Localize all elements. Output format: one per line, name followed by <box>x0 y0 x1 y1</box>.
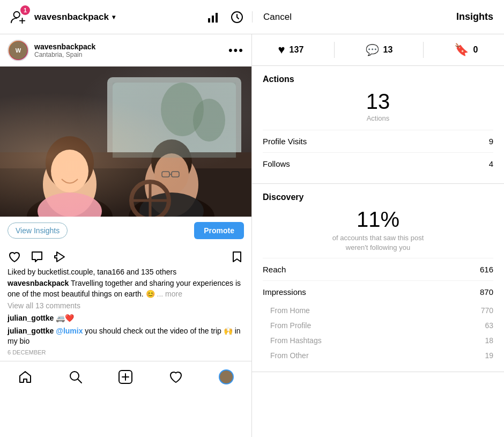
home-icon <box>18 369 33 384</box>
comment-button[interactable] <box>30 248 44 264</box>
from-profile-value: 63 <box>485 321 493 330</box>
likes-users[interactable]: bucketlist.couple, tana166 and 135 other… <box>38 268 176 276</box>
from-other-label: From Other <box>263 351 309 360</box>
right-panel: ♥ 137 💬 13 🔖 0 Actions 13 Actions Profil… <box>252 34 504 437</box>
profile-nav-item[interactable] <box>210 365 242 389</box>
from-profile-label: From Profile <box>263 321 311 330</box>
discovery-section-title: Discovery <box>263 192 493 202</box>
heart-nav-icon <box>168 369 183 384</box>
post-user-info: wavesnbackpack Cantabria, Spain <box>34 42 95 58</box>
svg-rect-3 <box>208 18 210 23</box>
history-icon[interactable] <box>231 11 243 24</box>
stat-divider-1 <box>334 42 335 58</box>
discovery-percent: 11% <box>263 209 493 230</box>
actions-count-label: Actions <box>263 114 493 122</box>
caption-username[interactable]: wavesnbackpack <box>8 279 69 287</box>
account-switcher[interactable]: wavesnbackpack ▾ <box>34 12 115 23</box>
from-profile-row: From Profile 63 <box>263 318 493 333</box>
comment2-mention[interactable]: @lumix <box>56 327 83 335</box>
comment-2: julian_gottke @lumix you should check ou… <box>8 326 244 347</box>
profile-visits-label: Profile Visits <box>263 137 307 146</box>
stat-divider-2 <box>423 42 424 58</box>
avatar[interactable]: W <box>8 40 29 61</box>
actions-count: 13 <box>263 91 493 112</box>
discovery-description: of accounts that saw this postweren't fo… <box>263 233 493 253</box>
post-date: 6 DECEMBER <box>8 349 244 355</box>
top-nav-left-inner: 1 wavesnbackpack ▾ <box>9 8 115 27</box>
top-nav-left: 1 wavesnbackpack ▾ <box>0 8 252 27</box>
svg-point-0 <box>14 11 20 17</box>
promote-button[interactable]: Promote <box>194 222 244 239</box>
post-username[interactable]: wavesnbackpack <box>34 42 95 51</box>
main-content: W wavesnbackpack Cantabria, Spain ••• <box>0 34 504 437</box>
profile-visits-value: 9 <box>489 137 493 146</box>
impressions-label: Impressions <box>263 287 306 297</box>
cancel-button[interactable]: Cancel <box>263 12 292 23</box>
reach-value: 616 <box>480 265 493 274</box>
chevron-down-icon: ▾ <box>112 13 115 21</box>
profile-visits-row: Profile Visits 9 <box>263 130 493 152</box>
save-button[interactable] <box>230 248 244 264</box>
profile-avatar-nav <box>219 369 234 384</box>
impressions-row: Impressions 870 <box>263 280 493 303</box>
heart-icon <box>8 250 21 264</box>
top-nav: 1 wavesnbackpack ▾ Cancel Insights <box>0 0 504 34</box>
like-button[interactable] <box>8 248 21 264</box>
account-name: wavesnbackpack <box>34 12 109 23</box>
comment2-username[interactable]: julian_gottke <box>8 327 54 335</box>
comment-1: julian_gottke 🚐❤️ <box>8 313 244 324</box>
add-user-button[interactable]: 1 <box>9 8 28 27</box>
reach-label: Reach <box>263 265 286 274</box>
left-panel: W wavesnbackpack Cantabria, Spain ••• <box>0 34 252 437</box>
post-image <box>0 66 252 217</box>
more-link[interactable]: ... more <box>157 290 182 298</box>
from-home-label: From Home <box>263 306 310 315</box>
icon-bar-left <box>8 248 66 264</box>
share-button[interactable] <box>53 248 66 264</box>
caption: wavesnbackpack Travelling together and s… <box>8 278 244 299</box>
search-icon <box>68 369 83 384</box>
top-nav-right: Cancel Insights <box>252 11 504 23</box>
follows-value: 4 <box>489 159 493 168</box>
bookmark-icon <box>230 250 244 264</box>
notification-badge: 1 <box>20 5 30 15</box>
more-options-button[interactable]: ••• <box>228 43 244 57</box>
insights-title: Insights <box>456 11 493 23</box>
view-insights-button[interactable]: View Insights <box>8 223 68 239</box>
svg-rect-4 <box>212 16 214 23</box>
reach-row: Reach 616 <box>263 258 493 280</box>
impressions-value: 870 <box>480 287 493 297</box>
comments-stat-value: 13 <box>383 45 393 55</box>
post-header-left: W wavesnbackpack Cantabria, Spain <box>8 40 95 61</box>
likes-prefix: Liked by <box>8 268 38 276</box>
comment1-text: 🚐❤️ <box>56 314 74 322</box>
home-nav-item[interactable] <box>9 365 41 389</box>
avatar-inner: W <box>9 41 27 60</box>
bookmarks-stat-value: 0 <box>473 45 478 55</box>
add-icon <box>118 369 133 384</box>
comment-icon <box>30 250 44 264</box>
post-content: Liked by bucketlist.couple, tana166 and … <box>0 268 251 361</box>
bookmarks-stat-icon: 🔖 <box>454 43 469 57</box>
likes-text: Liked by bucketlist.couple, tana166 and … <box>8 268 244 276</box>
comments-stat: 💬 13 <box>366 43 393 56</box>
likes-stat-value: 137 <box>290 45 304 55</box>
post-header: W wavesnbackpack Cantabria, Spain ••• <box>0 34 251 66</box>
from-other-value: 19 <box>485 351 493 360</box>
search-nav-item[interactable] <box>60 365 92 389</box>
bookmarks-stat: 🔖 0 <box>454 43 478 57</box>
follows-row: Follows 4 <box>263 152 493 175</box>
action-buttons: View Insights Promote <box>0 217 251 245</box>
add-post-nav-item[interactable] <box>109 365 142 389</box>
view-comments[interactable]: View all 13 comments <box>8 301 244 310</box>
bar-chart-icon[interactable] <box>207 11 220 24</box>
likes-stat-icon: ♥ <box>278 43 285 57</box>
actions-section: Actions 13 Actions Profile Visits 9 Foll… <box>252 66 504 184</box>
stats-row: ♥ 137 💬 13 🔖 0 <box>252 34 504 66</box>
from-hashtags-row: From Hashtags 18 <box>263 333 493 348</box>
from-home-value: 770 <box>481 306 493 315</box>
activity-nav-item[interactable] <box>160 365 192 389</box>
comment1-username[interactable]: julian_gottke <box>8 314 54 322</box>
svg-rect-5 <box>216 13 218 23</box>
from-hashtags-value: 18 <box>485 336 493 345</box>
